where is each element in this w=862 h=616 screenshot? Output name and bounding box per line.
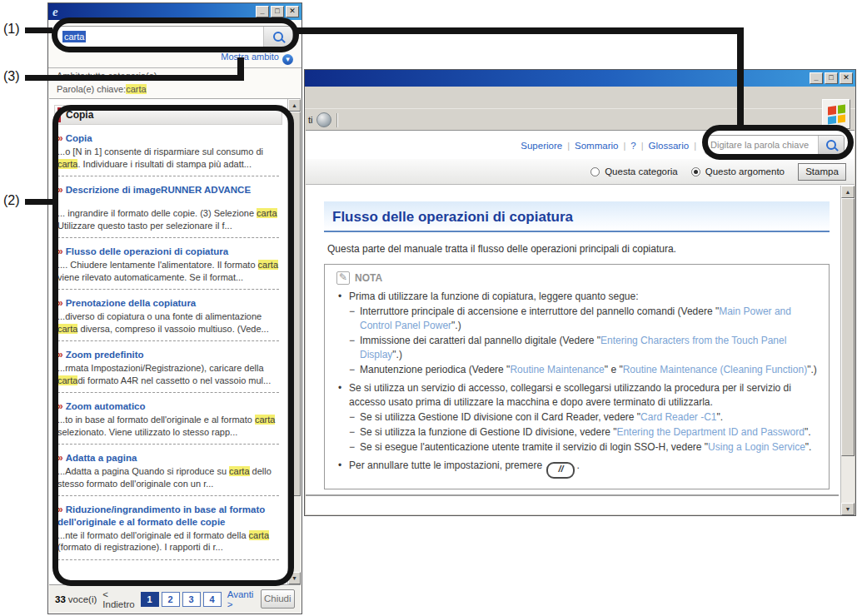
callout-1-line-vertical: [737, 27, 744, 128]
note-sub-item: Se si esegue l'autenticazione utente tra…: [336, 440, 817, 455]
nav-separator: |: [694, 141, 696, 151]
show-scope-row: Mostra ambito▾: [48, 51, 301, 67]
intro-text: Questa parte del manuale tratta il fluss…: [327, 243, 826, 255]
radio-this-category[interactable]: [590, 167, 600, 176]
result-count-suffix: voce(i): [68, 594, 97, 604]
results-footer: 33 voce(i) < Indietro 1234 Avanti > Chiu…: [49, 584, 301, 613]
chevron-down-icon[interactable]: ▾: [282, 54, 293, 65]
radio-this-topic-label[interactable]: Questo argomento: [705, 166, 785, 176]
nav-separator: |: [641, 141, 644, 151]
main-titlebar: _ □ ✕: [305, 70, 855, 87]
page-button-4[interactable]: 4: [203, 592, 222, 607]
callout-2-connector: [25, 199, 53, 205]
note-bullet-item: Prima di utilizzare la funzione di copia…: [336, 290, 817, 304]
nav-link-superiore[interactable]: Superiore: [521, 141, 562, 151]
page-button-3[interactable]: 3: [182, 592, 201, 607]
close-icon[interactable]: ✕: [840, 72, 853, 84]
page-title: Flusso delle operazioni di copiatura: [324, 201, 830, 232]
note-sub-item: Interruttore principale di accensione e …: [336, 305, 817, 333]
content-bottom-rule: [306, 494, 839, 496]
minimize-icon[interactable]: _: [810, 72, 823, 84]
radio-this-category-label[interactable]: Questa categoria: [605, 166, 678, 176]
doc-link[interactable]: Card Reader -C1: [640, 411, 716, 423]
reset-icon: //: [546, 462, 575, 479]
doc-link[interactable]: Routine Maintenance: [510, 364, 604, 375]
note-sub-item: Immissione dei caratteri dal pannello di…: [336, 334, 817, 362]
callout-3-line-horizontal: [25, 75, 243, 81]
page-button-2[interactable]: 2: [162, 592, 180, 607]
next-link[interactable]: Avanti >: [227, 589, 255, 609]
history-icon[interactable]: [316, 112, 331, 127]
help-content-area: Superiore|Sommario|?|Glossario| Questa c…: [306, 130, 855, 514]
scrollbar-thumb[interactable]: [841, 198, 855, 456]
doc-link[interactable]: Main Power and Control Panel Power: [360, 306, 791, 331]
toolbar-partial-label: ti: [308, 115, 313, 125]
note-sub-item: Manutenzione periodica (Vedere "Routine …: [336, 363, 817, 377]
callout-label-2: (2): [3, 193, 20, 208]
minimize-icon[interactable]: _: [256, 6, 269, 17]
doc-link[interactable]: Entering Characters from the Touch Panel…: [360, 335, 786, 360]
note-list: Prima di utilizzare la funzione di copia…: [336, 290, 817, 479]
doc-link[interactable]: Routine Maintenance (Cleaning Function): [623, 364, 807, 375]
pager: 1234: [141, 592, 222, 607]
doc-link[interactable]: Entering the Department ID and Password: [616, 426, 804, 438]
note-header-label: NOTA: [355, 272, 382, 284]
radio-this-topic[interactable]: [691, 167, 700, 176]
page-button-1[interactable]: 1: [141, 592, 159, 607]
doc-link[interactable]: Using a Login Service: [708, 441, 805, 453]
show-scope-link[interactable]: Mostra ambito: [221, 52, 279, 62]
note-sub-item: Se si utilizza Gestione ID divisione con…: [336, 410, 817, 425]
ie-logo-icon: e: [52, 6, 58, 17]
note-header: ✎ NOTA: [336, 271, 817, 285]
menu-bar: [305, 87, 855, 109]
callout-1-connector: [25, 27, 52, 33]
nav-link-glossario[interactable]: Glossario: [649, 141, 690, 151]
print-button[interactable]: Stampa: [798, 163, 846, 181]
document-area: Flusso delle operazioni di copiatura Que…: [306, 185, 855, 489]
nav-separator: |: [567, 141, 570, 151]
scroll-down-icon[interactable]: ▼: [841, 503, 855, 515]
callout-label-3: (3): [3, 69, 20, 84]
nav-link-sommario[interactable]: Sommario: [575, 141, 618, 151]
callout-1-highlight: [52, 17, 299, 52]
main-scrollbar[interactable]: ▲ ▼: [840, 186, 855, 515]
scroll-up-icon[interactable]: ▲: [841, 186, 855, 198]
keyword-value: carta: [126, 84, 146, 94]
nav-link-?[interactable]: ?: [630, 141, 635, 151]
result-count: 33: [55, 594, 66, 604]
nav-separator: |: [623, 141, 625, 151]
maximize-icon[interactable]: □: [825, 72, 838, 84]
help-nav-links: Superiore|Sommario|?|Glossario|: [517, 137, 698, 152]
note-sub-item: Se si utilizza la funzione di Gestione I…: [336, 425, 817, 440]
callout-label-1: (1): [3, 22, 20, 37]
close-icon[interactable]: ✕: [286, 6, 299, 17]
note-pencil-icon: ✎: [336, 271, 350, 285]
keyword-line: Parola(e) chiave:carta: [48, 82, 301, 95]
toolbar-separator: [336, 113, 338, 127]
back-link[interactable]: < Indietro: [102, 589, 134, 609]
close-button[interactable]: Chiudi: [261, 589, 295, 609]
note-bullet-item: Per annullare tutte le impostazioni, pre…: [336, 459, 817, 479]
callout-1-line-horizontal: [296, 27, 744, 34]
maximize-icon[interactable]: □: [271, 6, 284, 17]
callout-1-search-highlight: [702, 125, 854, 160]
note-box: ✎ NOTA Prima di utilizzare la funzione d…: [324, 264, 830, 489]
scroll-up-icon[interactable]: ▲: [288, 99, 301, 112]
search-scope-row: Questa categoria Questo argomento Stampa: [306, 159, 855, 185]
note-bullet-item: Se si utilizza un servizio di accesso, c…: [336, 381, 817, 410]
callout-3-line-vertical: [237, 57, 244, 81]
keyword-label: Parola(e) chiave:: [57, 84, 126, 94]
callout-2-highlight: [52, 105, 294, 586]
